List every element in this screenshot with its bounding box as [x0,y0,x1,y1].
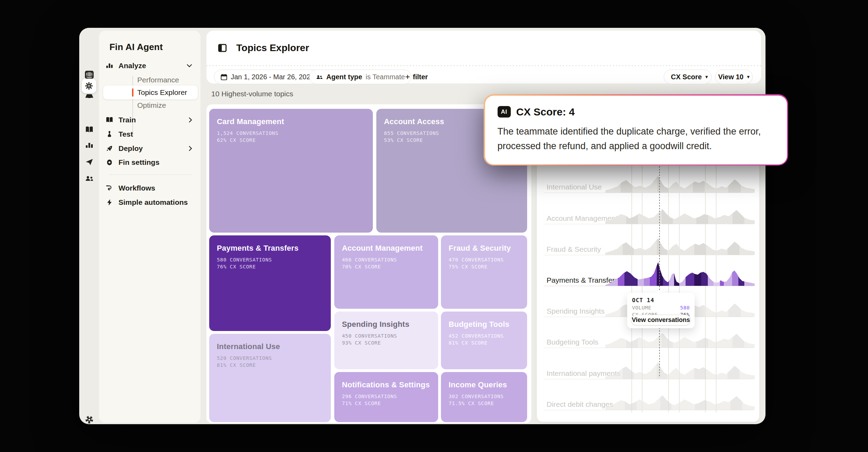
ridge-row-label[interactable]: Spending Insights [547,307,605,316]
sidebar-item-label: Performance [137,76,179,84]
calendar-icon [221,74,227,80]
ridge-area-chart[interactable] [605,386,755,410]
outbound-plane-icon[interactable] [84,157,95,167]
add-filter-button[interactable]: + filter [405,70,428,84]
test-flask-icon [105,130,114,138]
tile-stats: 1,524 CONVERSATIONS62% CX SCORE [217,130,365,144]
sidebar-item-label: Simple automations [118,198,188,207]
ridge-area-chart-highlighted[interactable] [605,261,755,286]
date-range-value: Jan 1, 2026 - Mar 26, 2026 [231,73,314,81]
chevron-down-icon [187,64,192,67]
ridge-area-chart[interactable] [605,168,755,193]
sidebar-item-analyze[interactable]: Analyze [105,59,194,72]
sidebar-item-topics-explorer[interactable]: Topics Explorer [137,86,207,99]
icon-rail [79,28,99,424]
sidebar-divider [109,175,192,175]
row-baseline [544,379,754,379]
page-background: Fin AI Agent Analyze Performance Topics … [0,0,868,452]
sidebar-item-deploy[interactable]: Deploy [105,142,194,155]
tooltip-volume-label: VOLUME [632,305,651,310]
sidebar-item-label: Fin settings [118,158,159,167]
treemap-tile[interactable]: International Use 520 CONVERSATIONS81% C… [209,334,331,422]
treemap-tile[interactable]: Budgeting Tools 452 CONVERSATIONS81% CX … [441,312,527,369]
settings-gear-icon[interactable] [84,414,95,424]
sidebar-item-label: Optimize [137,101,166,110]
deploy-rocket-icon [105,144,114,153]
workflows-icon [105,184,114,192]
treemap-tile[interactable]: Fraud & Security 470 CONVERSATIONS75% CX… [441,235,527,309]
tile-name: Card Management [217,117,365,126]
ridge-area-chart[interactable] [605,231,755,255]
add-filter-label: filter [413,73,428,81]
chart-point-tooltip: OCT 14 VOLUME580 CX SCORE76% View conver… [627,293,695,328]
sidebar-item-train[interactable]: Train [105,113,194,127]
fin-ai-rail-item-selected[interactable] [82,79,96,93]
date-range-filter[interactable]: Jan 1, 2026 - Mar 26, 2026 [214,70,321,84]
row-baseline [544,410,754,410]
ridge-row-label[interactable]: International Use [547,183,602,192]
view-conversations-button[interactable]: View conversations [631,315,691,325]
sidebar-item-test[interactable]: Test [105,128,194,141]
row-baseline [544,193,754,193]
agent-type-filter[interactable]: Agent type is Teammate [309,70,411,84]
section-label: 10 Highest-volume topics [211,90,293,98]
lightning-bolt-icon [105,198,114,207]
sidebar-item-optimize[interactable]: Optimize [137,99,207,112]
sidebar-item-performance[interactable]: Performance [137,74,207,86]
tile-name: International Use [217,342,323,351]
treemap-tile[interactable]: Income Queries 302 CONVERSATIONS71.5% CX… [441,372,527,422]
reports-chart-icon[interactable] [84,140,95,151]
sidebar-item-workflows[interactable]: Workflows [105,181,194,195]
treemap-tile[interactable]: Card Management 1,524 CONVERSATIONS62% C… [209,109,373,233]
tile-stats: 470 CONVERSATIONS75% CX SCORE [449,256,519,270]
ridge-area-chart[interactable] [605,355,755,379]
tile-name: Fraud & Security [449,244,519,253]
tooltip-volume-value: 580 [680,305,690,310]
row-baseline [544,255,754,255]
sidebar-item-label: Test [118,130,133,138]
row-baseline [544,348,754,348]
row-baseline [544,286,754,286]
topics-explorer-panel-icon [218,43,227,53]
metric-select-dropdown[interactable]: CX Score ▾ [664,70,712,84]
sidebar-item-label: Topics Explorer [137,88,187,97]
page-title: Topics Explorer [236,42,309,54]
tooltip-date: OCT 14 [632,297,690,304]
treemap-card: Card Management 1,524 CONVERSATIONS62% C… [206,104,531,423]
ridge-row-label[interactable]: Direct debit changes [547,400,613,409]
sidebar-item-fin-settings[interactable]: Fin settings [105,156,194,169]
contacts-people-icon[interactable] [84,173,95,184]
plus-icon: + [405,73,410,81]
fin-sparkle-icon [85,82,93,90]
ridge-area-chart[interactable] [605,200,755,224]
tile-name: Spending Insights [342,320,431,329]
treemap-tile-highlighted[interactable]: Payments & Transfers 580 CONVERSATIONS76… [209,235,331,331]
tile-stats: 466 CONVERSATIONS70% CX SCORE [342,256,431,270]
view-count-dropdown[interactable]: View 10 ▾ [715,70,753,84]
sidebar: Fin AI Agent Analyze Performance Topics … [99,31,200,423]
filter-bar: Jan 1, 2026 - Mar 26, 2026 Agent type is… [206,70,761,84]
sidebar-item-label: Deploy [118,144,143,153]
submenu-guide-line [132,76,133,136]
treemap-tile[interactable]: Account Management 466 CONVERSATIONS70% … [334,235,438,309]
sidebar-item-label: Analyze [118,62,146,70]
analyze-chart-icon [105,62,114,70]
view-count-label: View 10 [718,73,744,81]
header-card: Topics Explorer Jan 1, 2026 - Mar 26, 20… [206,31,761,83]
ai-cx-score-tooltip: AI CX Score: 4 The teammate identified t… [484,94,788,166]
ridge-row-label[interactable]: Budgeting Tools [547,338,598,347]
tile-stats: 520 CONVERSATIONS81% CX SCORE [217,355,323,369]
treemap-tile[interactable]: Notifications & Settings 296 CONVERSATIO… [334,372,438,422]
tile-stats: 302 CONVERSATIONS71.5% CX SCORE [449,393,519,407]
ridge-row-label[interactable]: Fraud & Security [547,245,601,254]
caret-down-icon: ▾ [705,74,708,80]
sidebar-item-simple-automations[interactable]: Simple automations [105,196,194,209]
selected-accent-bar [132,88,133,97]
tile-name: Notifications & Settings [342,380,431,389]
tile-name: Income Queries [449,380,519,389]
tile-name: Account Management [342,244,431,253]
knowledge-book-icon[interactable] [84,124,95,135]
treemap-tile[interactable]: Spending Insights 450 CONVERSATIONS93% C… [334,312,438,369]
app-window: Fin AI Agent Analyze Performance Topics … [79,28,765,424]
inbox-icon[interactable] [84,92,95,102]
